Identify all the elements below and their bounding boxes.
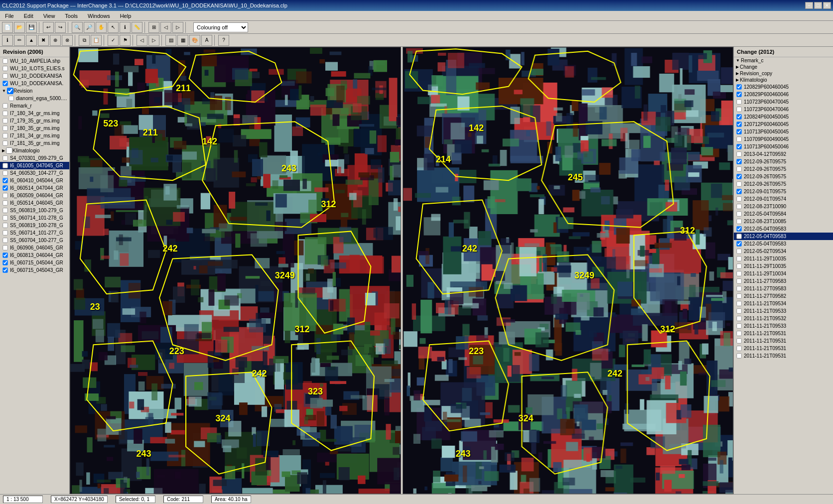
change-item[interactable]: 2011-11-29T10035	[734, 255, 833, 262]
edit-button[interactable]: ✏	[14, 35, 25, 46]
change-group[interactable]: ▼Remark_c	[734, 57, 833, 64]
table-button[interactable]: ▦	[177, 35, 188, 46]
change-item[interactable]: 2011-11-27T09583	[734, 285, 833, 292]
validate-button[interactable]: ⚑	[120, 35, 131, 46]
change-item[interactable]: 2013-04-12T09592	[734, 150, 833, 158]
layer-item[interactable]: I6_060509_046044_GR	[0, 192, 69, 199]
next-extent-button[interactable]: ▷	[172, 22, 183, 33]
change-group[interactable]: ▶Change	[734, 64, 833, 70]
right-map[interactable]: 1422142453122423249312223242324243	[403, 47, 734, 494]
change-item[interactable]: 2012-09-01T09574	[734, 195, 833, 203]
colouring-select[interactable]: Colouring off Colouring on	[193, 22, 248, 32]
layer-item[interactable]: I6_060715_045043_GR	[0, 266, 69, 274]
navigate-prev[interactable]: ◁	[137, 35, 147, 46]
layer-item[interactable]: I6_050514_046045_GR	[0, 199, 69, 207]
layer-item[interactable]: I6_060813_046044_GR	[0, 252, 69, 259]
layer-item[interactable]: I7_180_34_gr_ms.img	[0, 110, 69, 117]
change-item[interactable]: 2012-09-26T09575	[734, 173, 833, 180]
change-item[interactable]: 110709P600490045	[734, 135, 833, 143]
merge-button[interactable]: ⊕	[50, 35, 61, 46]
layer-item[interactable]: S5_060714_101-278_G	[0, 214, 69, 222]
layer-item[interactable]: S5_060704_100-277_G	[0, 237, 69, 244]
layer-item[interactable]: WU_10_DODEKANISA.	[0, 80, 69, 87]
change-item[interactable]: 2011-11-29T10035	[734, 262, 833, 270]
layer-item[interactable]: S5_060819_100-279_G	[0, 207, 69, 214]
help-button-tb[interactable]: ?	[218, 35, 229, 46]
check-button[interactable]: ✓	[108, 35, 119, 46]
change-item[interactable]: 2012-08-23T10090	[734, 203, 833, 210]
layer-item[interactable]: I6_061005_047045_GR	[0, 162, 69, 169]
menu-windows[interactable]: Windows	[85, 12, 113, 20]
undo-button[interactable]: ↩	[43, 22, 54, 33]
change-item[interactable]: 110713P600450046	[734, 143, 833, 150]
layer-item[interactable]: I7_181_34_gr_ms.img	[0, 132, 69, 139]
change-item[interactable]: 110723P600470045	[734, 98, 833, 106]
change-item[interactable]: 2012-05-04T09583	[734, 233, 833, 240]
delete-button[interactable]: ✖	[38, 35, 49, 46]
layer-item[interactable]: WU_10_AMPELIA.shp	[0, 57, 69, 65]
change-item[interactable]: 2011-11-21T09533	[734, 307, 833, 315]
change-item[interactable]: 2011-11-21T09531	[734, 330, 833, 337]
change-item[interactable]: 2012-09-26T09575	[734, 158, 833, 165]
change-item[interactable]: 2012-09-26T09575	[734, 165, 833, 173]
change-item[interactable]: 2011-11-21T09531	[734, 345, 833, 352]
left-map[interactable]: 2115231422433122423249211312223242324323…	[70, 47, 401, 494]
change-item[interactable]: 120712P600460045	[734, 121, 833, 128]
change-group[interactable]: ▶Revision_copy	[734, 70, 833, 77]
layer-item[interactable]: S5_060819_100-278_G	[0, 222, 69, 229]
zoom-out-button[interactable]: 🔎	[84, 22, 95, 33]
change-item[interactable]: 2011-11-21T09534	[734, 300, 833, 307]
redo-button[interactable]: ↪	[55, 22, 66, 33]
change-item[interactable]: 2012-09-01T09575	[734, 188, 833, 195]
change-item[interactable]: 2011-11-21T09533	[734, 322, 833, 330]
measure-button[interactable]: 📏	[132, 22, 142, 33]
layer-item[interactable]: I6_060906_046045_GR	[0, 244, 69, 252]
previous-extent-button[interactable]: ◁	[160, 22, 171, 33]
change-item[interactable]: 2011-11-21T09531	[734, 352, 833, 360]
change-item[interactable]: 2012-09-26T09575	[734, 180, 833, 188]
paste-button[interactable]: 📋	[91, 35, 102, 46]
symbology-button[interactable]: 🎨	[189, 35, 200, 46]
change-item[interactable]: 110723P600470046	[734, 106, 833, 113]
layer-item[interactable]: I6_060514_047044_GR	[0, 184, 69, 192]
layer-item[interactable]: WU_10_DODEKANISA	[0, 72, 69, 80]
change-item[interactable]: 2011-11-21T09532	[734, 315, 833, 322]
minimize-button[interactable]: −	[805, 2, 813, 9]
layer-item[interactable]: S5_060714_101-277_G	[0, 229, 69, 237]
full-extent-button[interactable]: ⊞	[148, 22, 159, 33]
layer-item[interactable]: WU_10_ILOTS_ELIES.s	[0, 65, 69, 72]
change-item[interactable]: 2011-11-21T09531	[734, 337, 833, 345]
layer-item[interactable]: S4_060530_104-277_G	[0, 169, 69, 177]
change-item[interactable]: 2012-05-02T09534	[734, 248, 833, 255]
change-item[interactable]: 2011-11-27T09582	[734, 292, 833, 300]
split-button[interactable]: ⊗	[62, 35, 73, 46]
layer-item[interactable]: ▼Revision	[0, 87, 69, 95]
layer-button[interactable]: ▤	[165, 35, 176, 46]
zoom-in-button[interactable]: 🔍	[72, 22, 83, 33]
layer-item[interactable]: I7_179_35_gr_ms.img	[0, 117, 69, 125]
maximize-button[interactable]: □	[814, 2, 822, 9]
label-button[interactable]: A	[201, 35, 212, 46]
info-button[interactable]: ℹ	[2, 35, 13, 46]
layer-item[interactable]: I7_180_35_gr_ms.img	[0, 125, 69, 132]
change-group[interactable]: ▶Klimatologio	[734, 77, 833, 83]
layer-item[interactable]: dianomi_egsa_5000.sh	[0, 95, 69, 102]
layer-item[interactable]: ▶Klimatologio	[0, 147, 69, 154]
menu-tools[interactable]: Tools	[62, 12, 81, 20]
layer-item[interactable]: Remark_r	[0, 102, 69, 110]
change-item[interactable]: 2012-05-04T09583	[734, 240, 833, 248]
change-item[interactable]: 2011-11-29T10034	[734, 270, 833, 277]
layer-item[interactable]: I7_181_35_gr_ms.img	[0, 139, 69, 147]
save-button[interactable]: 💾	[26, 22, 37, 33]
navigate-next[interactable]: ▷	[148, 35, 159, 46]
change-item[interactable]: 110713P600450045	[734, 128, 833, 135]
layer-item[interactable]: I6_060410_045044_GR	[0, 177, 69, 184]
menu-help[interactable]: Help	[117, 12, 135, 20]
new-button[interactable]: 📄	[2, 22, 13, 33]
layer-item[interactable]: I6_060715_045044_GR	[0, 259, 69, 266]
menu-file[interactable]: File	[2, 12, 17, 20]
pan-button[interactable]: ✋	[96, 22, 107, 33]
change-item[interactable]: 2012-08-23T10085	[734, 218, 833, 225]
change-item[interactable]: 2012-05-04T09583	[734, 225, 833, 233]
digitize-button[interactable]: ▲	[26, 35, 37, 46]
